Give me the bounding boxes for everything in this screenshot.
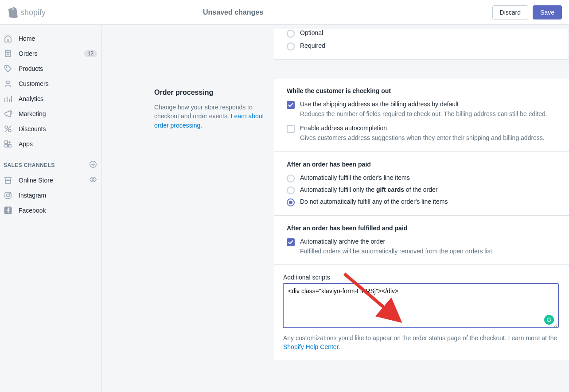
- radio-auto-fulfill-giftcards[interactable]: Automatically fulfill only the gift card…: [287, 186, 560, 194]
- content: Optional Required Order processing Chang…: [102, 25, 569, 392]
- additional-scripts-subsection: Additional scripts Any customizations yo…: [274, 264, 569, 361]
- after-paid-subsection: After an order has been paid Automatical…: [274, 151, 569, 215]
- sidebar-item-label: Apps: [19, 140, 33, 147]
- svg-rect-6: [8, 144, 11, 147]
- help-center-link[interactable]: Shopify Help Center: [283, 343, 339, 350]
- checkbox-control[interactable]: [287, 101, 295, 109]
- sidebar-item-orders[interactable]: Orders 12: [0, 46, 101, 61]
- checkbox-auto-archive[interactable]: Automatically archive the order Fulfille…: [287, 238, 560, 256]
- sidebar-item-label: Customers: [19, 80, 49, 87]
- radio-control[interactable]: [287, 198, 295, 206]
- radio-auto-fulfill-all[interactable]: Automatically fulfill the order's line i…: [287, 174, 560, 182]
- svg-rect-5: [5, 141, 8, 144]
- svg-rect-7: [5, 144, 8, 147]
- svg-point-3: [5, 126, 8, 128]
- subsection-heading: While the customer is checking out: [287, 87, 560, 94]
- svg-point-9: [92, 179, 94, 181]
- svg-point-4: [8, 129, 11, 132]
- order-processing-section: Order processing Change how your store r…: [136, 78, 569, 360]
- topbar-actions: Discard Save: [492, 5, 562, 19]
- sidebar-item-analytics[interactable]: Analytics: [0, 91, 101, 106]
- svg-text:shopify: shopify: [20, 8, 46, 17]
- radio-no-auto-fulfill[interactable]: Do not automatically fulfill any of the …: [287, 198, 560, 206]
- analytics-icon: [4, 94, 12, 103]
- additional-scripts-input[interactable]: [283, 283, 558, 328]
- sidebar-item-customers[interactable]: Customers: [0, 76, 101, 91]
- apps-icon: [4, 140, 12, 148]
- discounts-icon: [4, 124, 12, 133]
- sidebar-item-products[interactable]: Products: [0, 61, 101, 76]
- checkout-subsection: While the customer is checking out Use t…: [274, 78, 569, 151]
- radio-control[interactable]: [287, 43, 295, 50]
- sidebar-item-label: Facebook: [19, 207, 46, 214]
- checkbox-shipping-as-billing[interactable]: Use the shipping address as the billing …: [287, 101, 560, 118]
- sidebar-item-label: Products: [19, 65, 43, 72]
- section-description: Order processing Change how your store r…: [136, 78, 274, 360]
- sidebar-item-facebook[interactable]: Facebook: [0, 203, 101, 218]
- orders-badge: 12: [84, 50, 97, 57]
- sidebar-item-label: Discounts: [19, 125, 46, 132]
- online-store-icon: [4, 176, 12, 185]
- shopify-logo: shopify: [7, 6, 56, 19]
- subsection-heading: After an order has been fulfilled and pa…: [287, 225, 560, 232]
- grammarly-icon: [544, 315, 554, 325]
- order-processing-card: While the customer is checking out Use t…: [274, 78, 569, 360]
- sidebar: Home Orders 12 Products Customers Analyt…: [0, 25, 102, 392]
- view-store-icon[interactable]: [89, 175, 97, 185]
- customers-icon: [4, 79, 12, 88]
- svg-point-11: [7, 194, 9, 197]
- home-icon: [4, 34, 12, 43]
- marketing-icon: [4, 109, 12, 118]
- sidebar-item-discounts[interactable]: Discounts: [0, 121, 101, 136]
- sidebar-item-label: Online Store: [19, 177, 53, 184]
- sidebar-item-label: Analytics: [19, 95, 43, 102]
- instagram-icon: [4, 191, 12, 200]
- sidebar-item-instagram[interactable]: Instagram: [0, 188, 101, 203]
- radio-control[interactable]: [287, 186, 295, 194]
- subsection-heading: After an order has been paid: [287, 161, 560, 168]
- sidebar-item-online-store[interactable]: Online Store: [0, 172, 101, 188]
- page-title: Unsaved changes: [203, 8, 263, 16]
- section-divider: [136, 69, 569, 69]
- checkbox-control[interactable]: [287, 125, 295, 133]
- sidebar-item-marketing[interactable]: Marketing: [0, 106, 101, 121]
- additional-scripts-help: Any customizations you'd like to appear …: [283, 334, 558, 352]
- sidebar-item-label: Orders: [19, 50, 38, 57]
- checkbox-control[interactable]: [287, 238, 295, 246]
- topbar: shopify Unsaved changes Discard Save: [0, 0, 569, 25]
- add-channel-icon[interactable]: [89, 160, 97, 170]
- facebook-icon: [4, 206, 12, 215]
- radio-optional[interactable]: Optional: [287, 29, 560, 38]
- sidebar-item-label: Marketing: [19, 110, 46, 117]
- radio-control[interactable]: [287, 175, 295, 182]
- additional-scripts-label: Additional scripts: [283, 274, 558, 281]
- discard-button[interactable]: Discard: [492, 5, 528, 19]
- after-fulfilled-subsection: After an order has been fulfilled and pa…: [274, 215, 569, 264]
- section-subdescription: Change how your store responds to checko…: [154, 103, 265, 130]
- previous-section-tail: Optional Required: [274, 29, 569, 60]
- sidebar-item-label: Instagram: [19, 192, 46, 199]
- orders-icon: [4, 49, 12, 58]
- section-title: Order processing: [154, 89, 265, 97]
- sidebar-item-label: Home: [19, 35, 35, 42]
- checkbox-address-autocomplete[interactable]: Enable address autocompletion Gives cust…: [287, 124, 560, 142]
- products-icon: [4, 64, 12, 73]
- sales-channels-header: SALES CHANNELS: [0, 151, 101, 172]
- save-button[interactable]: Save: [533, 5, 562, 19]
- sidebar-item-home[interactable]: Home: [0, 31, 101, 46]
- svg-point-2: [7, 81, 9, 84]
- svg-point-1: [6, 67, 7, 68]
- radio-control[interactable]: [287, 30, 295, 38]
- svg-point-12: [10, 193, 11, 194]
- radio-required[interactable]: Required: [287, 42, 560, 50]
- sidebar-item-apps[interactable]: Apps: [0, 136, 101, 151]
